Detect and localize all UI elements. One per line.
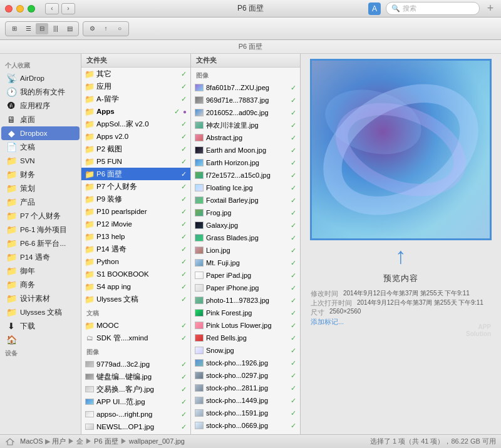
file-item[interactable]: Paper iPad.jpg ✓ [191, 269, 300, 282]
preview-arrow-container: ↑ [395, 243, 406, 269]
forward-button[interactable]: › [61, 3, 75, 14]
col-item-s1[interactable]: 📁 S1 BOOKBOOK ✓ [81, 268, 190, 280]
col-item-p2[interactable]: 📁 P2 截图 ✓ [81, 143, 190, 155]
share-button[interactable]: ⚙ [86, 23, 98, 34]
sidebar-item-p6-1[interactable]: 📁 P6-1 海外项目 [1, 223, 80, 237]
close-button[interactable] [5, 5, 13, 13]
sidebar-item-p7[interactable]: 📁 P7 个人财务 [1, 209, 80, 223]
sidebar-item-desktop[interactable]: 🖥 桌面 [1, 113, 80, 126]
col-item-label: P7 个人财务 [96, 182, 178, 191]
col-item-photo[interactable]: photo.jpg ✓ [81, 433, 190, 434]
file-item[interactable]: Snow.jpg ✓ [191, 344, 300, 357]
file-item[interactable]: stock-pho...0297.jpg ✓ [191, 369, 300, 382]
sidebar-item-apps[interactable]: 🅐 应用程序 [1, 99, 80, 113]
sidebar-item-design[interactable]: 📁 设计素材 [1, 292, 80, 305]
view-extra-mode[interactable]: ▤ [63, 23, 76, 34]
file-item[interactable]: Paper iPhone.jpg ✓ [191, 282, 300, 294]
file-item[interactable]: Frog.jpg ✓ [191, 206, 300, 219]
file-item[interactable]: 8fa601b7...ZXU.jpeg ✓ [191, 81, 300, 94]
file-item[interactable]: Mt. Fuji.jpg ✓ [191, 257, 300, 269]
file-item[interactable]: Abstract.jpg ✓ [191, 131, 300, 144]
col-item-ulysses[interactable]: 📁 Ulysses 文稿 ✓ [81, 293, 190, 305]
sidebar-item-strategy[interactable]: 📁 策划 [1, 181, 80, 195]
app-store-icon[interactable]: A [368, 3, 381, 15]
col-item-p13[interactable]: 📁 P13 help ✓ [81, 230, 190, 243]
file-item[interactable]: stock-pho...6031.jpg ✓ [191, 432, 300, 434]
col-item-p9[interactable]: 📁 P9 装修 ✓ [81, 193, 190, 205]
file-item[interactable]: Lion.jpg ✓ [191, 244, 300, 257]
minimize-button[interactable] [16, 5, 24, 13]
sidebar-item-dropbox[interactable]: ◆ Dropbox [1, 126, 80, 140]
search-box[interactable]: 🔍 搜索 [386, 2, 480, 15]
col-item-img3[interactable]: 交易换...客户).jpg ✓ [81, 383, 190, 395]
col-item-mooc[interactable]: 📁 MOOC ✓ [81, 319, 190, 332]
col-item-p12[interactable]: 📁 P12 iMovie ✓ [81, 218, 190, 230]
file-item[interactable]: stock-pho...1591.jpg ✓ [191, 407, 300, 419]
move-button[interactable]: ↑ [100, 23, 112, 34]
view-cover-mode[interactable]: ||| [49, 23, 62, 34]
sidebar-item-finance[interactable]: 📁 财务 [1, 168, 80, 181]
view-icon-mode[interactable]: ⊞ [8, 23, 21, 34]
meta-note-link[interactable]: 添加标记... [311, 318, 344, 325]
sidebar-item-lunaryear[interactable]: 📁 御年 [1, 264, 80, 278]
col-item-p7[interactable]: 📁 P7 个人财务 ✓ [81, 180, 190, 193]
add-button[interactable]: + [485, 3, 496, 14]
col-item-p6[interactable]: 📁 P6 面壁 ✓ [81, 168, 190, 180]
col-item-python[interactable]: 📁 Python ✓ [81, 255, 190, 268]
file-item[interactable]: Pink Lotus Flower.jpg ✓ [191, 319, 300, 332]
view-column-mode[interactable]: ⊟ [36, 23, 48, 34]
sidebar-item-svn[interactable]: 📁 SVN [1, 154, 80, 168]
file-label: 神农川沣波里.jpg [206, 121, 288, 130]
sidebar-item-airdrop[interactable]: 📡 AirDrop [1, 71, 80, 85]
sidebar-item-p6-6[interactable]: 📁 P6-6 新平台... [1, 237, 80, 250]
col-item-appsv2[interactable]: 📁 Apps v2.0 ✓ [81, 130, 190, 143]
file-item[interactable]: f72e1572...a15c0.jpg ✓ [191, 169, 300, 181]
file-item[interactable]: Earth Horizon.jpg ✓ [191, 156, 300, 169]
sidebar-item-allfiles[interactable]: 🕐 我的所有文件 [1, 85, 80, 99]
file-item[interactable]: 2016052...ad09c.jpg ✓ [191, 106, 300, 119]
sidebar-item-ulysses[interactable]: 📁 Ulysses 文稿 [1, 305, 80, 319]
col-item-p14[interactable]: 📁 P14 遇奇 ✓ [81, 243, 190, 255]
file-item[interactable]: Red Bells.jpg ✓ [191, 332, 300, 344]
col-item-img4[interactable]: APP UI...范.jpg ✓ [81, 395, 190, 408]
file-item[interactable]: Pink Forest.jpg ✓ [191, 307, 300, 319]
file-item[interactable]: stock-pho...1926.jpg ✓ [191, 357, 300, 369]
meta-note[interactable]: 添加标记... [311, 317, 491, 327]
col-item-img6[interactable]: NEWSL...OP1.jpg ✓ [81, 420, 190, 433]
sidebar-item-downloads[interactable]: ⬇ 下载 [1, 319, 80, 333]
sidebar-item-business[interactable]: 📁 商务 [1, 278, 80, 292]
file-item[interactable]: stock-pho...1449.jpg ✓ [191, 394, 300, 407]
file-item[interactable]: Grass Blades.jpg ✓ [191, 232, 300, 244]
col-item-sdk[interactable]: 🗂 SDK 管....xmind ✓ [81, 332, 190, 344]
tag-button[interactable]: ○ [113, 23, 126, 34]
sidebar-item-documents[interactable]: 📄 文稿 [1, 140, 80, 154]
sidebar-item-p14[interactable]: 📁 P14 遇奇 [1, 250, 80, 264]
col-item-img1[interactable]: 9779ad...3c2.jpg ✓ [81, 358, 190, 370]
file-item[interactable]: 神农川沣波里.jpg ✓ [191, 119, 300, 131]
col-item-img5[interactable]: appso-...right.png ✓ [81, 408, 190, 420]
toolbar: ⊞ ☰ ⊟ ||| ▤ ⚙ ↑ ○ [0, 18, 501, 40]
col-item-qita[interactable]: 📁 其它 ✓ [81, 68, 190, 80]
file-item[interactable]: photo-11...97823.jpg ✓ [191, 294, 300, 307]
col-item-img2[interactable]: 键盘编...键编.jpg ✓ [81, 370, 190, 383]
sidebar-item-home[interactable]: 🏠 [1, 333, 80, 347]
back-button[interactable]: ‹ [45, 3, 59, 14]
file-item[interactable]: Floating Ice.jpg ✓ [191, 181, 300, 194]
col-item-p10[interactable]: 📁 P10 pearlspider ✓ [81, 205, 190, 218]
file-item[interactable]: Foxtail Barley.jpg ✓ [191, 194, 300, 206]
col-item-s4[interactable]: 📁 S4 app ing ✓ [81, 280, 190, 293]
col-item-p5[interactable]: 📁 P5 FUN ✓ [81, 155, 190, 168]
file-item[interactable]: Earth and Moon.jpg ✓ [191, 144, 300, 156]
col-item-apps[interactable]: 📁 Apps ✓ ● [81, 105, 190, 118]
col-item-study[interactable]: 📁 A-留学 ✓ [81, 93, 190, 105]
file-item[interactable]: Galaxy.jpg ✓ [191, 219, 300, 232]
file-item[interactable]: stock-pho...0669.jpg ✓ [191, 419, 300, 432]
col-item-app[interactable]: 📁 应用 ✓ [81, 80, 190, 93]
file-thumb [195, 409, 204, 417]
col-item-appsol[interactable]: 📁 AppSol...家 v2.0 ✓ [81, 118, 190, 130]
file-item[interactable]: 969d71e...78837.jpg ✓ [191, 94, 300, 106]
view-list-mode[interactable]: ☰ [22, 23, 34, 34]
file-item[interactable]: stock-pho...2811.jpg ✓ [191, 382, 300, 394]
sidebar-item-products[interactable]: 📁 产品 [1, 195, 80, 209]
maximize-button[interactable] [28, 5, 35, 13]
